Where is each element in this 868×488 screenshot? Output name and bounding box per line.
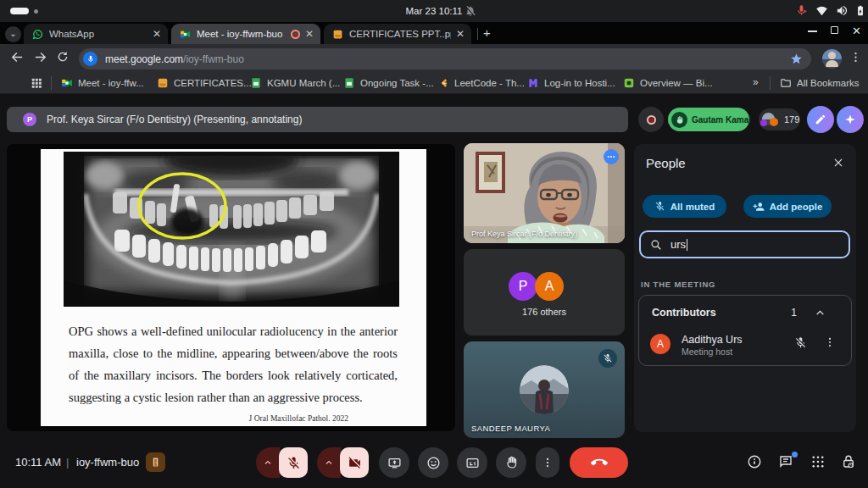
meet-icon <box>61 77 73 89</box>
bookmark-star-icon[interactable] <box>790 53 803 65</box>
tab-whatsapp[interactable]: WhatsApp ✕ <box>24 24 168 44</box>
presenter-webcam-video <box>464 143 625 243</box>
member-name: Aadithya Urs <box>682 334 743 346</box>
member-mic-off-icon[interactable] <box>794 336 807 349</box>
bottom-separator: | <box>66 456 69 469</box>
ppt-file-icon <box>332 29 343 40</box>
tab-close-icon[interactable]: ✕ <box>153 28 161 40</box>
whatsapp-icon <box>32 29 43 40</box>
video-tile-others[interactable]: P A 176 others <box>464 249 625 336</box>
chat-notification-dot <box>792 452 798 458</box>
ppt-file-icon <box>157 77 169 89</box>
new-tab-button[interactable]: + <box>483 25 491 40</box>
collapse-chevron-icon[interactable] <box>815 308 826 319</box>
participant-count: 179 <box>784 114 799 125</box>
mic-options-chevron[interactable] <box>256 447 280 478</box>
people-panel: People All muted Add people urs IN THE M… <box>634 144 856 432</box>
site-permissions-icon[interactable] <box>83 52 97 66</box>
mic-control-group <box>256 447 308 478</box>
opg-xray-image <box>64 152 399 307</box>
leetcode-icon <box>437 77 449 89</box>
presentation-area[interactable]: OPG shows a well-defined unilocular radi… <box>7 144 455 431</box>
camera-options-chevron[interactable] <box>317 447 341 478</box>
meeting-details-icon[interactable] <box>747 454 762 469</box>
bookmark-leetcode[interactable]: LeetCode - Th... <box>437 75 525 91</box>
meeting-code: ioy-ffwm-buo <box>76 456 139 469</box>
video-tile-presenter[interactable]: Prof Keya Sircar (F/o Dentistry) <box>464 143 625 243</box>
window-minimize-button[interactable] <box>808 30 817 32</box>
folder-icon <box>780 77 792 89</box>
others-avatar-a: A <box>535 272 564 301</box>
tab-close-icon[interactable]: ✕ <box>456 28 465 40</box>
bookmark-meet[interactable]: Meet - ioy-ffw... <box>61 75 144 91</box>
meeting-time: 10:11 AM <box>15 456 61 469</box>
tab-search-button[interactable]: ⌄ <box>5 26 21 42</box>
add-people-button[interactable]: Add people <box>743 195 832 218</box>
recording-indicator[interactable] <box>638 107 664 132</box>
contributors-title: Contributors <box>652 307 716 319</box>
tab-meet[interactable]: Meet - ioy-ffwm-buo ✕ <box>171 24 320 44</box>
hand-icon <box>504 456 518 469</box>
end-call-button[interactable] <box>570 447 628 478</box>
search-icon <box>650 239 662 251</box>
window-close-button[interactable]: ✕ <box>852 25 861 37</box>
chat-icon[interactable] <box>778 454 793 469</box>
participant-avatars <box>762 111 781 128</box>
volume-icon[interactable] <box>836 4 849 17</box>
camera-off-button[interactable] <box>340 447 369 478</box>
sheets-icon <box>250 77 262 89</box>
presenter-banner-text: Prof. Keya Sircar (F/o Dentistry) (Prese… <box>47 114 302 125</box>
activities-icon[interactable] <box>810 454 826 469</box>
bookmark-certificates[interactable]: CERTIFICATES... <box>157 75 252 91</box>
video-tile-participant[interactable]: SANDEEP MAURYA <box>464 341 625 438</box>
gemini-button[interactable] <box>837 106 864 133</box>
hosting-icon <box>527 77 539 89</box>
people-search-input[interactable]: urs <box>639 230 850 258</box>
raise-hand-button[interactable] <box>496 447 526 478</box>
address-bar[interactable]: meet.google.com/ioy-ffwm-buo <box>79 48 811 69</box>
all-muted-button[interactable]: All muted <box>643 195 726 218</box>
reload-button[interactable] <box>56 50 70 64</box>
back-button[interactable] <box>10 50 25 64</box>
share-screen-button[interactable] <box>379 447 409 478</box>
close-panel-icon[interactable] <box>832 157 844 169</box>
bookmarks-overflow-chevron[interactable]: » <box>753 76 759 88</box>
tile-options-button[interactable] <box>604 149 619 164</box>
bookmark-overview[interactable]: Overview — Bi... <box>623 75 713 91</box>
bookmarks-divider <box>51 76 52 90</box>
browser-menu-icon[interactable] <box>849 51 862 64</box>
system-mic-icon[interactable] <box>795 4 808 17</box>
bookmark-ongoing[interactable]: Ongoing Task -... <box>343 75 434 91</box>
mic-muted-button[interactable] <box>279 447 308 478</box>
profile-avatar[interactable] <box>822 49 842 69</box>
participant-count-pill[interactable]: 179 <box>759 108 800 130</box>
bookmark-kgmu[interactable]: KGMU March (... <box>250 75 340 91</box>
hand-raised-pill[interactable]: Gautam Kamal <box>668 108 749 131</box>
forward-button[interactable] <box>33 50 47 64</box>
all-bookmarks-button[interactable]: All Bookmarks <box>780 75 860 91</box>
room-icon[interactable] <box>146 452 165 472</box>
more-options-button[interactable] <box>536 447 559 478</box>
bookmark-login[interactable]: Log-in to Hosti... <box>527 75 615 91</box>
captions-button[interactable] <box>457 447 487 478</box>
tab-close-icon[interactable]: ✕ <box>305 28 314 40</box>
pen-icon <box>815 114 826 125</box>
tab-certificates[interactable]: CERTIFICATES PPT..pptx ✕ <box>324 24 471 44</box>
mic-off-icon <box>654 201 665 212</box>
bookmark-label: All Bookmarks <box>797 78 860 88</box>
host-controls-icon[interactable] <box>841 454 856 469</box>
bookmark-label: KGMU March (... <box>267 78 340 88</box>
member-options-icon[interactable] <box>824 336 836 348</box>
member-role: Meeting host <box>682 347 732 357</box>
url-text: meet.google.com/ioy-ffwm-buo <box>105 53 244 65</box>
bookmarks-divider <box>770 76 771 90</box>
tile-label: SANDEEP MAURYA <box>471 424 550 433</box>
wifi-icon[interactable] <box>815 4 828 17</box>
reactions-button[interactable] <box>418 447 448 478</box>
apps-grid-icon[interactable] <box>31 77 42 89</box>
window-restore-button[interactable] <box>831 26 838 34</box>
battery-icon[interactable] <box>854 4 866 17</box>
annotate-button[interactable] <box>807 106 834 133</box>
meet-icon <box>180 29 191 40</box>
present-icon <box>387 456 402 470</box>
